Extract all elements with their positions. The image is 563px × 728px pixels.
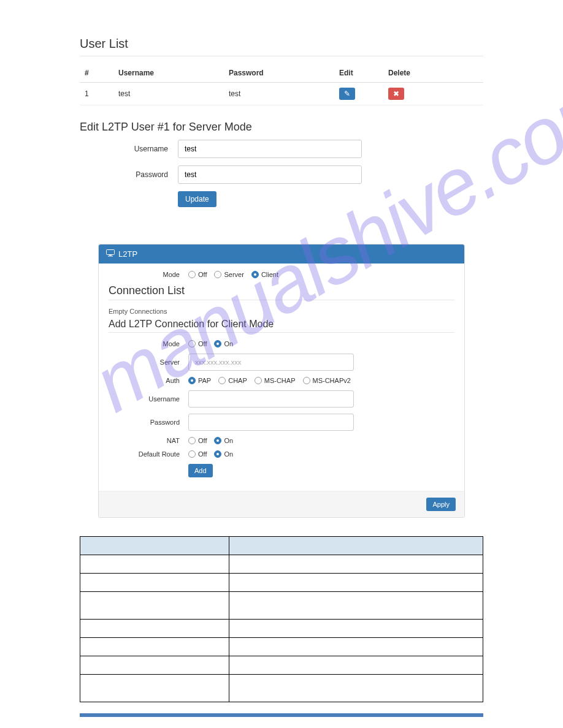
username-label: Username: [80, 145, 178, 153]
update-button[interactable]: Update: [178, 191, 216, 207]
radio-server[interactable]: Server: [214, 271, 243, 278]
panel-header: L2TP: [99, 245, 464, 264]
add-button[interactable]: Add: [188, 464, 213, 477]
svg-rect-2: [108, 256, 113, 257]
radio-icon: [188, 271, 196, 278]
table-row: [80, 592, 483, 620]
apply-button[interactable]: Apply: [426, 498, 456, 511]
auth-chap[interactable]: CHAP: [218, 377, 247, 384]
top-mode-group: Off Server Client: [188, 271, 278, 278]
radio-client[interactable]: Client: [251, 271, 278, 278]
edit-button[interactable]: ✎: [339, 88, 355, 100]
edit-form-title: Edit L2TP User #1 for Server Mode: [80, 121, 483, 134]
top-mode-label: Mode: [109, 271, 188, 278]
username-field[interactable]: [178, 140, 362, 158]
radio-off[interactable]: Off: [188, 271, 207, 278]
divider: [80, 56, 483, 56]
radio-icon: [214, 437, 221, 444]
add-connection-title: Add L2TP Connection for Client Mode: [109, 319, 454, 330]
auth-mschapv2[interactable]: MS-CHAPv2: [303, 377, 351, 384]
connection-list-title: Connection List: [109, 284, 454, 297]
route-on[interactable]: On: [214, 450, 233, 458]
edit-icon: ✎: [344, 89, 350, 98]
close-icon: ✖: [393, 89, 399, 98]
monitor-icon: [106, 249, 115, 259]
footer-bar: [80, 713, 483, 717]
panel-title: L2TP: [118, 249, 137, 259]
panel-footer: Apply: [99, 491, 464, 517]
table-row: [80, 656, 483, 675]
conn-mode-label: Mode: [109, 340, 188, 347]
nat-label: NAT: [109, 437, 188, 444]
table-row: [80, 675, 483, 702]
table-row: [80, 620, 483, 638]
svg-rect-1: [109, 255, 112, 256]
conn-mode-off[interactable]: Off: [188, 340, 207, 347]
l2tp-panel: L2TP Mode Off Server Client Connection L…: [98, 244, 465, 518]
radio-icon: [218, 377, 226, 384]
table-row: [80, 574, 483, 592]
cell-username: test: [113, 83, 224, 105]
divider: [109, 300, 454, 300]
empty-connections-text: Empty Connections: [109, 308, 454, 315]
col-password: Password: [224, 64, 334, 83]
user-table: # Username Password Edit Delete 1 test t…: [80, 64, 483, 105]
conn-username-label: Username: [109, 395, 188, 403]
route-off[interactable]: Off: [188, 450, 207, 458]
col-edit: Edit: [334, 64, 383, 83]
col-delete: Delete: [383, 64, 483, 83]
radio-icon: [188, 377, 196, 384]
table-row: 1 test test ✎ ✖: [80, 83, 483, 105]
col-idx: #: [80, 64, 113, 83]
user-list-section: User List # Username Password Edit Delet…: [80, 37, 483, 105]
nat-off[interactable]: Off: [188, 437, 207, 444]
col-username: Username: [113, 64, 224, 83]
conn-username-field[interactable]: [188, 390, 354, 408]
radio-icon: [251, 271, 259, 278]
server-label: Server: [109, 358, 188, 366]
radio-icon: [188, 340, 196, 347]
radio-icon: [214, 340, 221, 347]
radio-icon: [214, 271, 221, 278]
radio-icon: [255, 377, 262, 384]
edit-user-section: Edit L2TP User #1 for Server Mode Userna…: [80, 121, 483, 207]
auth-mschap[interactable]: MS-CHAP: [255, 377, 296, 384]
radio-icon: [188, 450, 196, 458]
description-table: [80, 536, 483, 702]
nat-on[interactable]: On: [214, 437, 233, 444]
auth-pap[interactable]: PAP: [188, 377, 211, 384]
table-row: [80, 638, 483, 656]
divider: [109, 332, 454, 333]
delete-button[interactable]: ✖: [388, 88, 404, 100]
table-row: [80, 555, 483, 574]
password-field[interactable]: [178, 165, 362, 184]
radio-icon: [214, 450, 221, 458]
conn-password-label: Password: [109, 419, 188, 426]
cell-password: test: [224, 83, 334, 105]
user-list-title: User List: [80, 37, 483, 51]
conn-mode-on[interactable]: On: [214, 340, 233, 347]
cell-idx: 1: [80, 83, 113, 105]
server-field[interactable]: [188, 354, 354, 371]
radio-icon: [188, 437, 196, 444]
auth-label: Auth: [109, 377, 188, 384]
radio-icon: [303, 377, 310, 384]
route-label: Default Route: [109, 450, 188, 458]
conn-password-field[interactable]: [188, 414, 354, 431]
svg-rect-0: [107, 250, 115, 255]
password-label: Password: [80, 170, 178, 179]
